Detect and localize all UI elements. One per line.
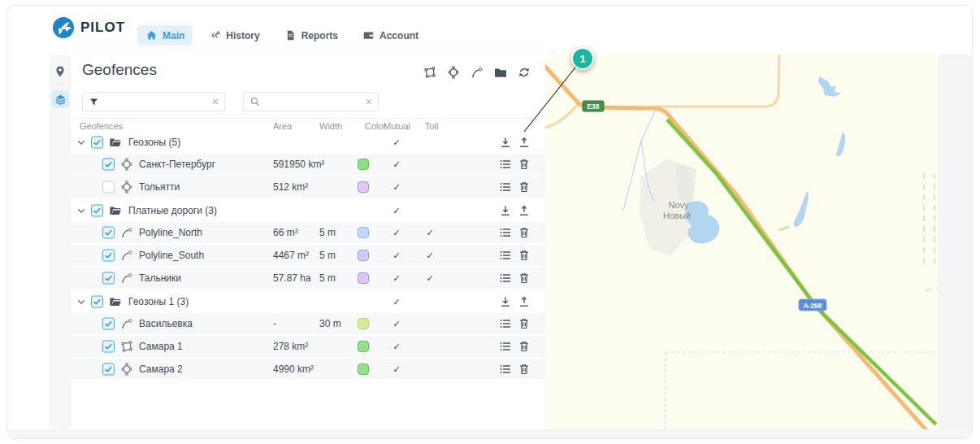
delete-button[interactable]: [518, 249, 531, 262]
layers-tool-button[interactable]: [51, 90, 69, 108]
draw-polygon-button[interactable]: [423, 66, 436, 79]
row-checkbox[interactable]: [102, 181, 115, 194]
geofence-row[interactable]: Polyline_South 4467 m² 5 m ✓ ✓: [71, 245, 552, 268]
import-button[interactable]: [499, 295, 512, 308]
polyline-geofence-icon: [120, 317, 133, 330]
toll-check: ✓: [424, 273, 436, 284]
geofence-row[interactable]: Васильевка - 30 m ✓: [71, 313, 552, 336]
delete-button[interactable]: [518, 317, 531, 330]
properties-button[interactable]: [499, 363, 512, 376]
geofence-width: 5 m: [319, 227, 336, 238]
color-swatch[interactable]: [358, 272, 369, 284]
export-button[interactable]: [518, 204, 531, 217]
import-button[interactable]: [499, 204, 512, 217]
draw-polyline-button[interactable]: [470, 66, 483, 79]
delete-button[interactable]: [518, 158, 531, 171]
color-swatch[interactable]: [358, 341, 369, 352]
row-actions: [499, 158, 531, 171]
polygon-geofence-icon: [120, 340, 133, 353]
search-icon: [249, 96, 261, 107]
tab-main-label: Main: [163, 30, 184, 41]
properties-button[interactable]: [499, 181, 512, 194]
download-icon: [499, 136, 512, 149]
checkmark-icon: [103, 250, 114, 261]
row-checkbox[interactable]: [102, 227, 115, 239]
row-checkbox[interactable]: [102, 159, 115, 171]
draw-circle-button[interactable]: [447, 66, 460, 79]
circle-geofence-icon: [120, 363, 133, 376]
geofence-row[interactable]: Polyline_North 66 m² 5 m ✓ ✓: [71, 222, 552, 245]
col-toll: Toll: [425, 121, 439, 131]
toll-check: ✓: [424, 250, 436, 261]
map-green-dash: [779, 227, 789, 230]
chevron-down-icon[interactable]: [76, 296, 87, 307]
chevron-down-icon[interactable]: [76, 137, 87, 148]
road-badge-e38: E38: [583, 101, 604, 111]
map-builtup-area: [675, 163, 696, 202]
properties-button[interactable]: [499, 340, 512, 353]
row-checkbox[interactable]: [91, 205, 103, 217]
row-checkbox[interactable]: [102, 250, 115, 262]
color-swatch[interactable]: [358, 181, 369, 193]
properties-button[interactable]: [499, 226, 512, 239]
upload-icon: [518, 204, 531, 217]
row-checkbox[interactable]: [91, 296, 103, 308]
map-pin-tool-button[interactable]: [51, 63, 69, 81]
filter-clear-icon[interactable]: ×: [212, 96, 219, 107]
search-clear-icon[interactable]: ×: [366, 96, 372, 107]
color-swatch[interactable]: [358, 159, 369, 170]
geofence-name: Санкт-Петербург: [139, 159, 215, 170]
row-checkbox[interactable]: [102, 318, 115, 330]
delete-button[interactable]: [518, 226, 531, 239]
list-icon: [499, 181, 512, 194]
filter-input[interactable]: [104, 95, 207, 108]
map-area[interactable]: E38 A-298 Novy Новый: [545, 54, 938, 429]
row-checkbox[interactable]: [102, 341, 115, 353]
group-row[interactable]: Платные дороги (3) ✓: [71, 199, 552, 222]
export-button[interactable]: [518, 295, 531, 308]
import-button[interactable]: [499, 136, 512, 149]
row-actions: [499, 136, 531, 149]
folder-open-icon: [109, 204, 122, 217]
group-row[interactable]: Геозоны (5) ✓: [71, 131, 552, 154]
geofence-name: Самара 2: [139, 363, 183, 375]
checkmark-icon: [103, 364, 114, 375]
callout-1-badge: 1: [571, 47, 594, 70]
delete-button[interactable]: [518, 340, 531, 353]
properties-button[interactable]: [499, 249, 512, 262]
tab-history[interactable]: History: [201, 25, 267, 46]
geofence-toolbar: [423, 66, 531, 79]
geofence-row[interactable]: Тальники 57.87 ha 5 m ✓ ✓: [71, 268, 552, 290]
row-checkbox[interactable]: [102, 272, 115, 285]
properties-button[interactable]: [499, 158, 512, 171]
tab-main[interactable]: Main: [137, 25, 193, 46]
delete-button[interactable]: [518, 181, 531, 194]
tab-reports[interactable]: Reports: [276, 25, 346, 46]
properties-button[interactable]: [499, 317, 512, 330]
geofence-row[interactable]: Тольятти 512 km² ✓: [71, 176, 552, 199]
tab-account[interactable]: Account: [354, 25, 427, 46]
row-checkbox[interactable]: [91, 137, 103, 149]
geofence-row[interactable]: Самара 2 4990 km² ✓: [71, 359, 552, 381]
geofence-name: Polyline_South: [139, 250, 204, 261]
col-width: Width: [319, 121, 342, 131]
delete-button[interactable]: [518, 272, 531, 285]
color-swatch[interactable]: [358, 363, 369, 375]
color-swatch[interactable]: [358, 250, 369, 261]
group-name: Геозоны (5): [128, 137, 180, 148]
geofence-row[interactable]: Санкт-Петербург 591950 km² ✓: [71, 154, 552, 176]
chevron-down-icon[interactable]: [76, 205, 87, 216]
delete-button[interactable]: [518, 363, 531, 376]
properties-button[interactable]: [499, 272, 512, 285]
refresh-button[interactable]: [518, 66, 531, 79]
trash-icon: [518, 363, 531, 376]
search-input[interactable]: [266, 95, 361, 108]
export-button[interactable]: [518, 136, 531, 149]
group-row[interactable]: Геозоны 1 (3) ✓: [71, 290, 552, 313]
mutual-check: ✓: [391, 206, 402, 216]
add-folder-button[interactable]: [494, 66, 507, 79]
color-swatch[interactable]: [358, 227, 369, 238]
geofence-row[interactable]: Самара 1 278 km² ✓: [71, 336, 552, 359]
color-swatch[interactable]: [358, 318, 369, 329]
row-checkbox[interactable]: [102, 363, 115, 376]
